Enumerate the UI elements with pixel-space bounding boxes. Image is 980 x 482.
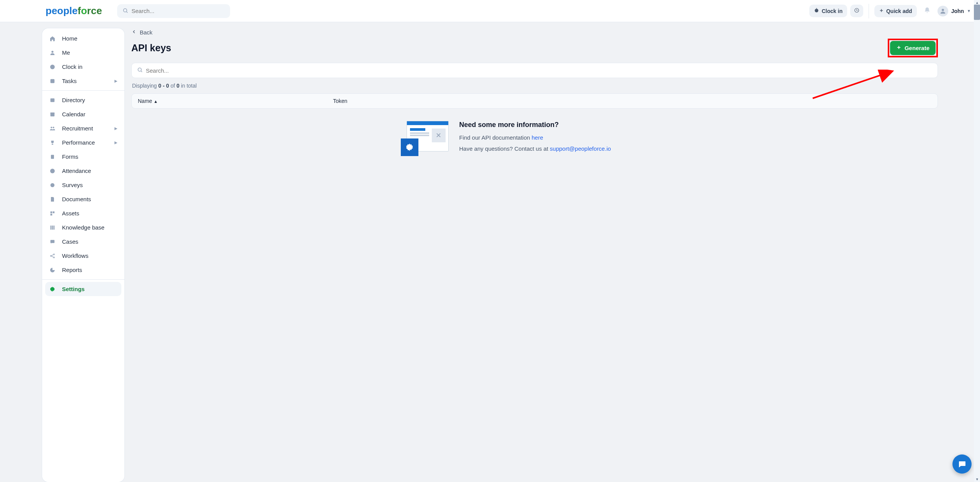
nav-label: Me [62,49,70,56]
share-icon [49,253,56,259]
nav-calendar[interactable]: Calendar [42,107,124,121]
nav-label: Workflows [62,252,88,259]
id-icon [49,97,56,103]
calendar-icon [49,111,56,117]
svg-point-0 [124,8,127,12]
nav-label: Settings [62,286,85,292]
scrollbar[interactable]: ▲ ▼ [974,0,980,482]
info-contact-line: Have any questions? Contact us at suppor… [459,145,611,152]
nav-performance[interactable]: Performance ▶ [42,135,124,150]
back-link[interactable]: Back [131,29,152,36]
sidebar: Home Me Clock in Tasks ▶ Directory Calen… [42,28,124,482]
chevron-right-icon: ▶ [114,140,118,145]
chevron-down-icon: ▼ [967,9,971,13]
home-icon [49,36,56,42]
search-icon [122,8,128,15]
logo[interactable]: peopleforce [46,5,102,17]
scroll-up-icon[interactable]: ▲ [975,1,979,5]
scroll-thumb[interactable] [974,5,980,20]
nav-reports[interactable]: Reports [42,263,124,277]
user-menu[interactable]: John ▼ [938,6,971,16]
nav-attendance[interactable]: Attendance [42,164,124,178]
nav-label: Tasks [62,78,77,84]
global-search-input[interactable] [131,8,225,14]
clipboard-icon [49,154,56,160]
heart-icon [49,182,56,188]
avatar [938,6,948,16]
nav-assets[interactable]: Assets [42,206,124,220]
nav-label: Cases [62,238,78,245]
svg-point-4 [942,9,944,11]
people-icon [49,125,56,132]
separator [42,90,124,91]
nav-documents[interactable]: Documents [42,192,124,206]
notifications-button[interactable] [924,7,931,15]
separator [42,279,124,280]
back-label: Back [140,29,152,36]
generate-label: Generate [905,45,929,51]
nav-surveys[interactable]: Surveys [42,178,124,192]
chevron-right-icon: ▶ [114,79,118,83]
svg-point-23 [51,255,52,256]
chevron-left-icon [131,29,137,36]
plus-icon [896,45,902,51]
svg-point-24 [54,254,55,255]
svg-point-11 [51,127,52,128]
scroll-down-icon[interactable]: ▼ [975,477,979,481]
nav-forms[interactable]: Forms [42,150,124,164]
quick-add-label: Quick add [886,8,912,14]
user-icon [49,50,56,56]
svg-point-14 [50,169,55,173]
list-search-input[interactable] [146,67,932,74]
quick-add-button[interactable]: Quick add [874,5,917,17]
generate-button[interactable]: Generate [890,41,936,55]
stopwatch-icon [814,8,819,14]
svg-point-6 [50,65,55,69]
column-token[interactable]: Token [333,98,347,104]
svg-rect-7 [51,79,55,83]
clock-in-label: Clock in [822,8,842,14]
svg-point-15 [51,183,55,187]
nav-label: Knowledge base [62,224,105,231]
doc-link[interactable]: here [532,134,543,141]
nav-recruitment[interactable]: Recruitment ▶ [42,121,124,135]
nav-cases[interactable]: Cases [42,234,124,249]
nav-label: Calendar [62,111,85,117]
nav-me[interactable]: Me [42,46,124,60]
pie-icon [49,267,56,273]
nav-knowledge-base[interactable]: Knowledge base [42,220,124,234]
svg-rect-8 [51,98,55,102]
nav-label: Directory [62,97,85,103]
info-doc-line: Find our API documentation here [459,134,611,141]
list-search[interactable] [131,63,938,78]
plus-icon [879,8,884,14]
nav-home[interactable]: Home [42,31,124,46]
chevron-right-icon: ▶ [114,126,118,130]
global-search[interactable] [117,4,230,18]
topbar: peopleforce Clock in Quick add [0,0,980,22]
clock-icon [854,8,859,14]
nav-workflows[interactable]: Workflows [42,249,124,263]
chat-launcher[interactable] [952,454,972,474]
nav-directory[interactable]: Directory [42,93,124,107]
svg-rect-16 [51,211,52,213]
info-panel: ✕ Need some more information? Find our A… [378,121,692,159]
nav-settings[interactable]: Settings [45,282,121,296]
column-name[interactable]: Name ▲ [138,98,333,104]
svg-point-25 [54,257,55,258]
svg-rect-22 [51,240,55,243]
search-icon [137,67,143,74]
clock-icon [49,168,56,174]
cubes-icon [49,210,56,217]
nav-tasks[interactable]: Tasks ▶ [42,74,124,88]
sort-asc-icon: ▲ [154,99,158,104]
clock-icon [49,64,56,70]
trophy-icon [49,140,56,146]
page-title: API keys [131,42,171,54]
message-icon [49,239,56,245]
clock-in-button[interactable]: Clock in [809,5,847,17]
nav-clock-in[interactable]: Clock in [42,60,124,74]
clock-history-button[interactable] [850,5,863,17]
support-email-link[interactable]: support@peopleforce.io [550,145,611,152]
svg-rect-17 [53,211,55,213]
